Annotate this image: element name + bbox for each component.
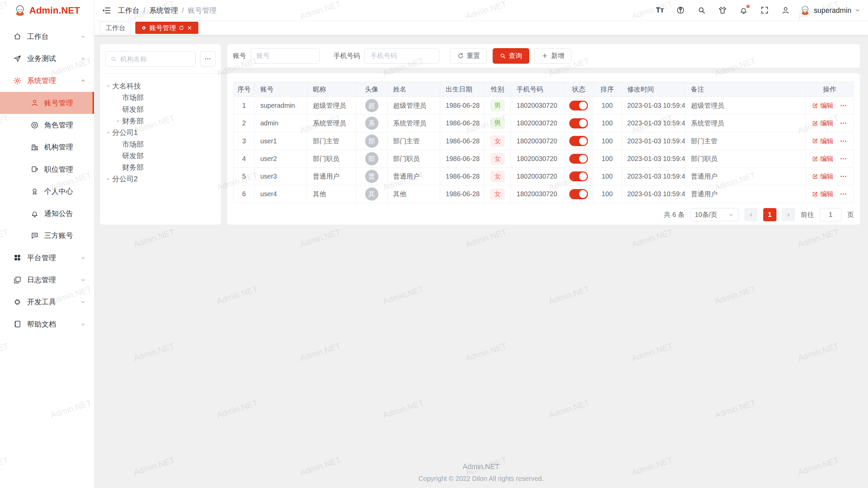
language-icon[interactable] bbox=[676, 6, 685, 15]
reset-button[interactable]: 重置 bbox=[450, 48, 487, 64]
phone-input[interactable] bbox=[364, 48, 439, 64]
edit-button[interactable]: 编辑 bbox=[812, 172, 833, 181]
tree-more-button[interactable] bbox=[200, 51, 216, 67]
tree-node[interactable]: 大名科技 bbox=[104, 80, 217, 92]
home-icon bbox=[13, 32, 21, 40]
avatar: 普 bbox=[365, 170, 378, 183]
chevron-down-icon bbox=[80, 255, 86, 261]
tree-node-label: 市场部 bbox=[122, 93, 144, 102]
page-1-button[interactable]: 1 bbox=[763, 208, 776, 221]
status-toggle[interactable] bbox=[569, 136, 588, 146]
breadcrumb-item[interactable]: 系统管理 bbox=[149, 6, 178, 15]
sidebar-item[interactable]: 账号管理 bbox=[0, 92, 94, 114]
sidebar-item[interactable]: 帮助文档 bbox=[0, 313, 94, 335]
cell-birth: 1986-06-28 bbox=[440, 132, 485, 150]
sidebar-item[interactable]: 个人中心 bbox=[0, 180, 94, 202]
tree-node[interactable]: 分公司2 bbox=[104, 173, 217, 185]
cell-order: 100 bbox=[593, 132, 622, 150]
sidebar-item[interactable]: 机构管理 bbox=[0, 136, 94, 158]
caret-closed-icon[interactable] bbox=[104, 175, 112, 183]
sidebar-item[interactable]: 平台管理 bbox=[0, 247, 94, 269]
gender-tag: 女 bbox=[491, 171, 505, 182]
account-input[interactable] bbox=[251, 48, 320, 64]
phone-filter: 手机号码 bbox=[334, 48, 439, 64]
tree-node[interactable]: 财务部 bbox=[104, 162, 217, 173]
sidebar-item[interactable]: 职位管理 bbox=[0, 158, 94, 180]
tree-node[interactable]: 财务部 bbox=[104, 115, 217, 127]
edit-button[interactable]: 编辑 bbox=[812, 101, 833, 110]
org-search-box bbox=[105, 51, 196, 67]
caret-open-icon[interactable] bbox=[104, 82, 112, 90]
status-toggle[interactable] bbox=[569, 118, 588, 128]
add-button[interactable]: 新增 bbox=[535, 48, 571, 64]
caret-closed-icon[interactable] bbox=[114, 117, 122, 125]
edit-button[interactable]: 编辑 bbox=[812, 137, 833, 146]
tree-node[interactable]: 研发部 bbox=[104, 150, 217, 162]
cell-birth: 1986-06-28 bbox=[440, 185, 485, 203]
refresh-tab-icon[interactable] bbox=[179, 25, 184, 30]
sidebar-item[interactable]: 角色管理 bbox=[0, 114, 94, 136]
row-more-button[interactable] bbox=[840, 119, 847, 127]
logo[interactable]: Admin.NET bbox=[0, 0, 94, 21]
status-toggle[interactable] bbox=[569, 154, 588, 164]
refresh-icon bbox=[457, 53, 464, 59]
column-header: 账号 bbox=[255, 82, 307, 97]
edit-button[interactable]: 编辑 bbox=[812, 189, 833, 199]
sidebar-item[interactable]: 工作台 bbox=[0, 25, 94, 47]
row-more-button[interactable] bbox=[840, 190, 847, 198]
app-root: Admin.NET 工作台业务测试系统管理账号管理角色管理机构管理职位管理个人中… bbox=[0, 0, 868, 488]
table-row: 3user1部门主管部部门主管1986-06-28女18020030720100… bbox=[234, 132, 854, 150]
status-toggle[interactable] bbox=[569, 171, 588, 181]
sidebar-item[interactable]: 通知公告 bbox=[0, 202, 94, 224]
cell-remark: 超级管理员 bbox=[685, 97, 806, 115]
edit-icon bbox=[812, 191, 818, 198]
goto-page-input[interactable] bbox=[820, 208, 842, 221]
tab-account-active[interactable]: 账号管理 bbox=[135, 22, 198, 34]
breadcrumb-item[interactable]: 工作台 bbox=[118, 6, 140, 15]
theme-icon[interactable] bbox=[718, 6, 727, 15]
role-icon bbox=[31, 121, 39, 129]
fullscreen-icon[interactable] bbox=[760, 6, 769, 15]
sidebar-item[interactable]: 业务测试 bbox=[0, 47, 94, 69]
sidebar-item[interactable]: 开发工具 bbox=[0, 291, 94, 313]
menu-collapse-icon[interactable] bbox=[102, 6, 111, 15]
sidebar-item[interactable]: 日志管理 bbox=[0, 269, 94, 291]
user-menu[interactable]: superadmin bbox=[800, 5, 860, 16]
edit-button[interactable]: 编辑 bbox=[812, 119, 833, 128]
search-button[interactable]: 查询 bbox=[493, 48, 529, 64]
breadcrumb-separator: / bbox=[143, 6, 145, 15]
cell-order: 100 bbox=[593, 97, 622, 115]
edit-icon bbox=[812, 102, 818, 109]
next-page-button[interactable] bbox=[782, 208, 795, 221]
sidebar-item[interactable]: 三方账号 bbox=[0, 225, 94, 247]
breadcrumb-item-current: 账号管理 bbox=[188, 6, 217, 15]
search-icon[interactable] bbox=[697, 6, 706, 15]
font-size-icon[interactable]: Tт bbox=[656, 6, 664, 15]
row-more-button[interactable] bbox=[840, 172, 847, 180]
tree-node[interactable]: 分公司1 bbox=[104, 127, 217, 138]
tree-node[interactable]: 市场部 bbox=[104, 92, 217, 103]
tree-node[interactable]: 研发部 bbox=[104, 104, 217, 115]
tab-workbench[interactable]: 工作台 bbox=[100, 22, 131, 34]
org-search-input[interactable] bbox=[120, 55, 191, 63]
row-more-button[interactable] bbox=[840, 102, 847, 109]
accounts-table: 序号账号昵称头像姓名出生日期性别手机号码状态排序修改时间备注操作 1supera… bbox=[233, 82, 854, 203]
row-more-button[interactable] bbox=[840, 137, 847, 145]
filter-panel: 账号 手机号码 重置 bbox=[227, 44, 860, 68]
sidebar-item-label: 通知公告 bbox=[44, 209, 73, 218]
status-toggle[interactable] bbox=[569, 189, 588, 199]
sidebar-item[interactable]: 系统管理 bbox=[0, 70, 94, 92]
cell-modified: 2023-01-03 10:59:44 bbox=[622, 115, 685, 132]
close-tab-icon[interactable] bbox=[187, 25, 192, 30]
row-more-button[interactable] bbox=[840, 155, 847, 163]
caret-open-icon[interactable] bbox=[104, 129, 112, 137]
prev-page-button[interactable] bbox=[744, 208, 757, 221]
profile-icon[interactable] bbox=[781, 6, 790, 15]
plus-icon bbox=[541, 53, 548, 59]
chevron-up-icon bbox=[80, 78, 86, 84]
tree-node[interactable]: 市场部 bbox=[104, 138, 217, 150]
edit-button[interactable]: 编辑 bbox=[812, 154, 833, 163]
notification-icon[interactable] bbox=[739, 6, 748, 15]
page-size-select[interactable]: 10条/页 bbox=[690, 208, 739, 221]
status-toggle[interactable] bbox=[569, 101, 588, 110]
